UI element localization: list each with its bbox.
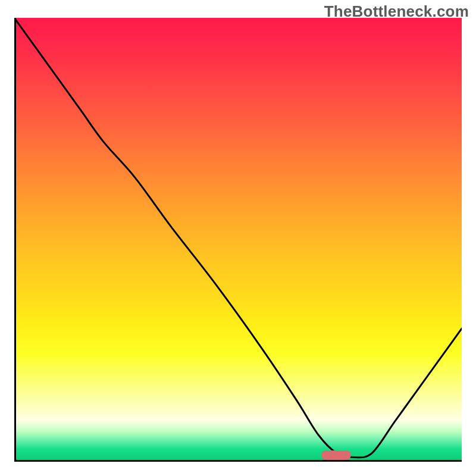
optimal-marker bbox=[321, 450, 351, 460]
chart-container: TheBottleneck.com bbox=[0, 0, 476, 476]
plot-gradient-area bbox=[14, 18, 462, 462]
